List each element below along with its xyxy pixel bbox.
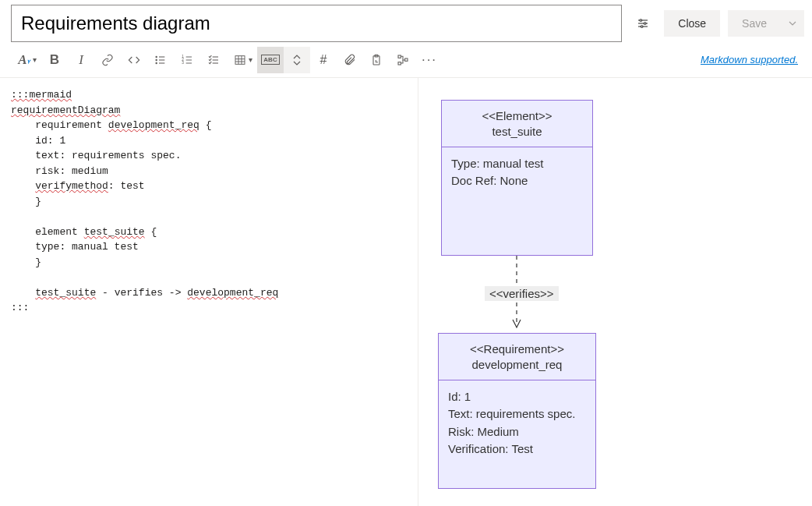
link-button[interactable] <box>94 47 121 73</box>
more-actions-button[interactable]: ··· <box>416 47 443 73</box>
requirement-risk: Risk: Medium <box>448 423 586 441</box>
svg-point-3 <box>640 19 642 22</box>
italic-button[interactable]: I <box>68 47 94 73</box>
element-type: Type: manual test <box>451 155 583 173</box>
save-button[interactable]: Save <box>728 10 781 37</box>
element-docref: Doc Ref: None <box>451 172 583 190</box>
svg-text:3: 3 <box>182 61 184 65</box>
diagram-preview: <<Element>> test_suite Type: manual test… <box>418 78 812 506</box>
element-name: test_suite <box>451 124 583 140</box>
element-node-body: Type: manual test Doc Ref: None <box>442 147 592 208</box>
checklist-button[interactable] <box>200 47 227 73</box>
svg-rect-30 <box>405 58 408 61</box>
requirement-id: Id: 1 <box>448 388 586 406</box>
bold-button[interactable]: B <box>41 47 68 73</box>
svg-rect-28 <box>398 55 401 58</box>
bullet-list-button[interactable] <box>147 47 174 73</box>
svg-rect-29 <box>398 62 401 64</box>
diagram-edge-label: <<verifies>> <box>485 286 559 301</box>
close-button[interactable]: Close <box>664 10 720 37</box>
font-format-dropdown[interactable]: ▾ <box>33 55 41 64</box>
requirement-stereotype: <<Requirement>> <box>448 341 586 357</box>
markdown-editor[interactable]: :::mermaid requirementDiagram requiremen… <box>0 78 418 506</box>
element-node-header: <<Element>> test_suite <box>442 101 592 147</box>
clipboard-button[interactable] <box>363 47 390 73</box>
diagram-element-node: <<Element>> test_suite Type: manual test… <box>441 100 593 256</box>
header-bar: Close Save <box>0 0 812 47</box>
svg-point-11 <box>156 62 157 63</box>
svg-point-5 <box>641 26 644 28</box>
svg-point-9 <box>156 56 157 57</box>
editor-preview-panes: :::mermaid requirementDiagram requiremen… <box>0 78 812 506</box>
save-dropdown-button[interactable] <box>781 10 804 37</box>
text-highlight-picker[interactable] <box>284 47 310 73</box>
requirement-node-header: <<Requirement>> development_req <box>439 334 595 380</box>
code-button[interactable] <box>121 47 147 73</box>
text-highlight-button[interactable]: ABC <box>257 47 284 73</box>
settings-icon[interactable] <box>630 10 656 37</box>
svg-point-10 <box>156 59 157 60</box>
requirement-text: Text: requirements spec. <box>448 405 586 423</box>
svg-point-4 <box>644 23 647 25</box>
requirement-name: development_req <box>448 357 586 373</box>
toolbar: Aᵧ ▾ B I 123 ▾ ABC # <box>0 47 812 78</box>
title-input[interactable] <box>11 5 622 42</box>
requirement-verify: Verification: Test <box>448 441 586 458</box>
work-item-link-button[interactable] <box>390 47 416 73</box>
markdown-supported-link[interactable]: Markdown supported. <box>701 54 798 65</box>
numbered-list-button[interactable]: 123 <box>174 47 200 73</box>
attachment-button[interactable] <box>337 47 363 73</box>
requirement-node-body: Id: 1 Text: requirements spec. Risk: Med… <box>439 380 595 466</box>
mention-button[interactable]: # <box>310 47 337 73</box>
diagram-requirement-node: <<Requirement>> development_req Id: 1 Te… <box>438 333 596 489</box>
element-stereotype: <<Element>> <box>451 108 583 124</box>
svg-rect-21 <box>235 55 245 64</box>
table-dropdown[interactable]: ▾ <box>249 55 257 64</box>
